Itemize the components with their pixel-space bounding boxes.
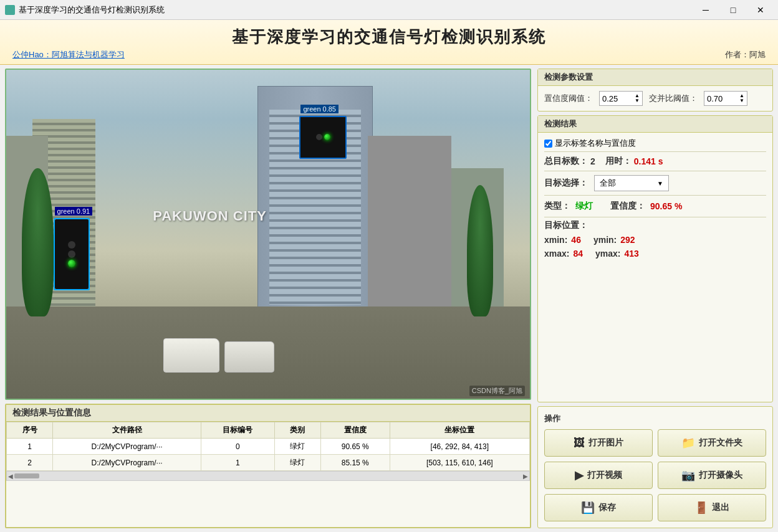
vehicles <box>163 300 425 373</box>
divider-4 <box>544 217 766 217</box>
exit-button[interactable]: 🚪 退出 <box>658 494 766 521</box>
params-row: 置信度阈值： 0.25 ▲ ▼ 交并比阈值： 0.70 ▲ ▼ <box>544 91 766 106</box>
show-label-row: 显示标签名称与置信度 <box>544 138 766 149</box>
detection-box-1: green 0.91 <box>54 218 90 290</box>
scroll-right-arrow[interactable]: ▶ <box>523 473 528 480</box>
divider-1 <box>544 151 766 152</box>
scroll-left-arrow[interactable]: ◀ <box>8 473 13 480</box>
exit-label: 退出 <box>712 502 729 513</box>
tree-2 <box>467 185 493 316</box>
table-header-row: 序号 文件路径 目标编号 类别 置信度 坐标位置 <box>7 422 530 439</box>
table-wrapper: 序号 文件路径 目标编号 类别 置信度 坐标位置 1 D:/2MyCVProgr… <box>6 422 530 471</box>
vehicle-1 <box>163 338 219 373</box>
minimize-button[interactable]: ─ <box>693 4 718 16</box>
confidence-spinbox[interactable]: 0.25 ▲ ▼ <box>599 91 643 106</box>
stats-row: 总目标数： 2 用时： 0.141 s <box>544 156 766 167</box>
target-select-label: 目标选择： <box>544 178 588 189</box>
cell-conf-1: 90.65 % <box>320 439 390 455</box>
save-label: 保存 <box>598 502 616 513</box>
confidence-arrows[interactable]: ▲ ▼ <box>635 93 640 103</box>
scrollbar-track <box>14 473 522 478</box>
iou-spinbox[interactable]: 0.70 ▲ ▼ <box>704 91 747 106</box>
author-link[interactable]: 公仲Hao：阿旭算法与机器学习 <box>12 49 125 60</box>
cell-coord-1: [46, 292, 84, 413] <box>390 439 529 455</box>
header-subtitle: 公仲Hao：阿旭算法与机器学习 作者：阿旭 <box>12 49 766 60</box>
results-table: 序号 文件路径 目标编号 类别 置信度 坐标位置 1 D:/2MyCVProgr… <box>6 422 530 471</box>
left-panel: PAKUWON CITY green 0.91 green 0.85 <box>0 65 535 532</box>
open-folder-button[interactable]: 📁 打开文件夹 <box>658 429 766 457</box>
type-conf-row: 类型： 绿灯 置信度： 90.65 % <box>544 201 766 212</box>
show-label-checkbox[interactable] <box>544 140 552 148</box>
results-panel: 检测结果 显示标签名称与置信度 总目标数： 2 <box>537 115 773 402</box>
ops-panel: 操作 🖼 打开图片 📁 打开文件夹 ▶ 打开视频 📷 打开摄像头 <box>537 406 773 528</box>
divider-2 <box>544 171 766 171</box>
iou-arrows[interactable]: ▲ ▼ <box>739 93 744 103</box>
title-bar: 基于深度学习的交通信号灯检测识别系统 ─ □ ✕ <box>0 0 778 20</box>
save-button[interactable]: 💾 保存 <box>544 494 653 521</box>
open-camera-button[interactable]: 📷 打开摄像头 <box>658 462 766 489</box>
open-image-button[interactable]: 🖼 打开图片 <box>544 429 653 457</box>
window-controls[interactable]: ─ □ ✕ <box>693 4 773 16</box>
xmax-value: 84 <box>573 249 583 259</box>
ymax-item: ymax: 413 <box>595 249 639 259</box>
conf-down-arrow[interactable]: ▼ <box>635 98 640 103</box>
params-panel: 检测参数设置 置信度阈值： 0.25 ▲ ▼ 交并比阈值： 0.70 <box>537 69 773 112</box>
time-value: 0.141 s <box>634 156 663 166</box>
confidence-label: 置信度阈值： <box>544 93 593 104</box>
right-panel: 检测参数设置 置信度阈值： 0.25 ▲ ▼ 交并比阈值： 0.70 <box>535 65 778 532</box>
col-header-id: 目标编号 <box>201 422 274 439</box>
position-label: 目标位置： <box>544 220 588 230</box>
results-content: 显示标签名称与置信度 总目标数： 2 用时： 0.141 s <box>538 133 772 267</box>
image-display: PAKUWON CITY green 0.91 green 0.85 <box>5 69 531 400</box>
app-title: 基于深度学习的交通信号灯检测识别系统 <box>12 26 766 48</box>
app-header: 基于深度学习的交通信号灯检测识别系统 公仲Hao：阿旭算法与机器学习 作者：阿旭 <box>0 20 778 65</box>
save-icon: 💾 <box>581 501 595 515</box>
horizontal-scrollbar[interactable]: ◀ ▶ <box>6 471 530 481</box>
total-item: 总目标数： 2 <box>544 156 595 167</box>
image-icon: 🖼 <box>574 437 585 450</box>
target-select[interactable]: 全部 ▼ <box>594 175 669 191</box>
open-folder-label: 打开文件夹 <box>699 437 742 449</box>
cell-path-2: D:/2MyCVProgram/··· <box>53 455 201 471</box>
cell-seq-1: 1 <box>7 439 53 455</box>
divider-3 <box>544 195 766 196</box>
show-label-checkbox-label[interactable]: 显示标签名称与置信度 <box>544 138 636 149</box>
target-select-row: 目标选择： 全部 ▼ <box>544 175 766 191</box>
table-title: 检测结果与位置信息 <box>6 405 530 422</box>
position-row-2: xmax: 84 ymax: 413 <box>544 249 766 259</box>
cell-id-2: 1 <box>201 455 274 471</box>
open-video-button[interactable]: ▶ 打开视频 <box>544 462 653 489</box>
cell-class-1: 绿灯 <box>274 439 320 455</box>
open-video-label: 打开视频 <box>587 470 622 481</box>
folder-icon: 📁 <box>681 436 695 450</box>
scrollbar-thumb[interactable] <box>14 473 39 478</box>
detection-label-2: green 0.85 <box>300 105 339 113</box>
cell-class-2: 绿灯 <box>274 455 320 471</box>
table-row: 2 D:/2MyCVProgram/··· 1 绿灯 85.15 % [503,… <box>7 455 530 471</box>
iou-down-arrow[interactable]: ▼ <box>739 98 744 103</box>
ymin-value: 292 <box>620 235 635 245</box>
col-header-coord: 坐标位置 <box>390 422 529 439</box>
table-row: 1 D:/2MyCVProgram/··· 0 绿灯 90.65 % [46, … <box>7 439 530 455</box>
xmin-label: xmin: <box>544 235 567 245</box>
ops-grid: 🖼 打开图片 📁 打开文件夹 ▶ 打开视频 📷 打开摄像头 💾 保存 <box>544 429 766 521</box>
tl-red-1 <box>68 241 75 249</box>
xmin-value: 46 <box>571 235 581 245</box>
exit-icon: 🚪 <box>694 501 708 515</box>
type-label: 类型： <box>544 201 570 212</box>
target-select-value: 全部 <box>600 178 616 189</box>
ymax-label: ymax: <box>595 249 620 259</box>
cell-path-1: D:/2MyCVProgram/··· <box>53 439 201 455</box>
author-text: 作者：阿旭 <box>725 49 766 60</box>
tl-green-1 <box>68 260 75 267</box>
watermark: CSDN博客_阿旭 <box>469 386 525 396</box>
open-image-label: 打开图片 <box>588 437 623 449</box>
results-panel-title: 检测结果 <box>538 116 772 133</box>
pakuwon-sign: PAKUWON CITY <box>153 208 267 224</box>
detection-box-2: green 0.85 <box>299 116 347 159</box>
iou-label: 交并比阈值： <box>649 93 698 104</box>
xmin-item: xmin: 46 <box>544 235 581 245</box>
close-button[interactable]: ✕ <box>748 4 773 16</box>
maximize-button[interactable]: □ <box>721 4 746 16</box>
conf-label: 置信度： <box>610 201 645 212</box>
